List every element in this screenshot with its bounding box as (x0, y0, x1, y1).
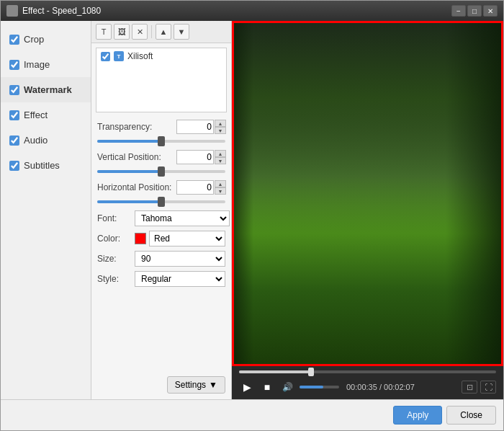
sidebar-checkbox-watermark[interactable] (9, 85, 19, 95)
vertical-pos-input-group: ▲ ▼ (176, 150, 226, 164)
horizontal-pos-label: Horizontal Position: (97, 182, 176, 192)
sidebar: Crop Image Watermark Effect Audio Subtit… (1, 21, 91, 399)
color-swatch (135, 233, 146, 244)
vertical-pos-slider-fill (97, 170, 161, 173)
restore-button[interactable]: □ (467, 5, 482, 17)
font-row: Font: Tahoma Arial Times New Roman (97, 210, 225, 226)
watermark-item-label: Xilisoft (127, 51, 153, 61)
sidebar-checkbox-audio[interactable] (9, 135, 19, 146)
horizontal-pos-row: Horizontal Position: ▲ ▼ (97, 180, 225, 195)
app-icon (6, 5, 18, 17)
settings-button[interactable]: Settings ▼ (167, 376, 225, 394)
transparency-row: Transparency: ▲ ▼ (97, 120, 225, 134)
vertical-pos-up[interactable]: ▲ (215, 150, 226, 157)
vertical-pos-spinner: ▲ ▼ (215, 150, 226, 164)
size-row: Size: 90 72 48 (97, 251, 225, 267)
transparency-slider-row (97, 140, 225, 143)
vertical-pos-slider-thumb[interactable] (158, 166, 165, 177)
horizontal-pos-down[interactable]: ▼ (215, 187, 226, 195)
transparency-slider-thumb[interactable] (158, 136, 165, 146)
color-select-wrapper: Red Blue Green (135, 231, 225, 246)
video-panel: تطبيقات توب سوفت Xilisoft (232, 21, 503, 399)
horizontal-pos-up[interactable]: ▲ (215, 180, 226, 187)
transparency-up[interactable]: ▲ (215, 120, 226, 127)
sidebar-item-watermark[interactable]: Watermark (1, 77, 91, 102)
stop-button[interactable]: ■ (259, 379, 275, 395)
video-area: تطبيقات توب سوفت Xilisoft (232, 21, 503, 366)
fit-view-button[interactable]: ⊡ (462, 381, 477, 394)
seek-fill (239, 370, 311, 373)
transparency-slider-fill (97, 140, 161, 143)
volume-fill (300, 386, 323, 388)
window-title: Effect - Speed_1080 (22, 6, 451, 16)
sidebar-checkbox-image[interactable] (9, 60, 19, 70)
style-select[interactable]: Regular Bold Italic (135, 271, 225, 287)
size-label: Size: (97, 254, 135, 264)
horizontal-pos-input[interactable] (176, 180, 214, 195)
watermark-panel: T 🖼 ✕ ▲ ▼ T Xilisoft Transparency: (91, 21, 232, 399)
fullscreen-button[interactable]: ⛶ (480, 381, 496, 394)
main-window: Effect - Speed_1080 − □ ✕ Crop Image Wat… (0, 0, 504, 431)
watermark-type-icon: T (114, 51, 124, 61)
vertical-pos-down[interactable]: ▼ (215, 157, 226, 164)
move-up-button[interactable]: ▲ (156, 24, 171, 40)
time-display: 00:00:35 / 00:02:07 (346, 383, 415, 391)
seek-bar[interactable] (239, 370, 496, 373)
delete-watermark-button[interactable]: ✕ (132, 24, 148, 40)
move-down-button[interactable]: ▼ (174, 24, 189, 40)
transparency-spinner: ▲ ▼ (215, 120, 226, 134)
size-select[interactable]: 90 72 48 (135, 251, 225, 267)
vertical-pos-slider-track[interactable] (97, 170, 225, 173)
font-select[interactable]: Tahoma Arial Times New Roman (135, 210, 230, 226)
font-label: Font: (97, 213, 135, 223)
watermark-toolbar: T 🖼 ✕ ▲ ▼ (91, 21, 231, 43)
volume-slider[interactable] (300, 386, 339, 388)
horizontal-pos-slider-thumb[interactable] (158, 197, 165, 207)
bottom-bar: Apply Close (1, 399, 503, 430)
watermark-item-checkbox[interactable] (101, 52, 110, 61)
vertical-pos-input[interactable] (176, 150, 214, 164)
sidebar-checkbox-subtitles[interactable] (9, 161, 19, 171)
volume-icon[interactable]: 🔊 (279, 379, 295, 395)
sidebar-checkbox-crop[interactable] (9, 35, 19, 45)
view-buttons: ⊡ ⛶ (462, 381, 496, 394)
minimize-button[interactable]: − (451, 5, 466, 17)
horizontal-pos-slider-track[interactable] (97, 200, 225, 203)
add-text-button[interactable]: T (96, 24, 112, 40)
sidebar-label-image: Image (24, 59, 50, 70)
sidebar-item-subtitles[interactable]: Subtitles (1, 153, 91, 178)
close-button[interactable]: Close (446, 406, 496, 425)
transparency-input[interactable] (176, 120, 214, 134)
transparency-down[interactable]: ▼ (215, 127, 226, 134)
main-content: Crop Image Watermark Effect Audio Subtit… (1, 21, 503, 399)
seek-thumb[interactable] (308, 368, 314, 376)
style-row: Style: Regular Bold Italic (97, 271, 225, 287)
style-label: Style: (97, 274, 135, 284)
watermark-list[interactable]: T Xilisoft (96, 48, 227, 112)
sidebar-checkbox-effect[interactable] (9, 110, 19, 120)
vertical-pos-slider-row (97, 170, 225, 173)
horizontal-pos-input-group: ▲ ▼ (176, 180, 226, 195)
watermark-properties: Transparency: ▲ ▼ (91, 117, 231, 294)
settings-label: Settings (175, 380, 206, 390)
sidebar-item-image[interactable]: Image (1, 52, 91, 77)
sidebar-item-crop[interactable]: Crop (1, 27, 91, 52)
color-select[interactable]: Red Blue Green (149, 231, 225, 246)
controls-row: ▶ ■ 🔊 00:00:35 / 00:02:07 ⊡ ⛶ (239, 379, 496, 395)
sidebar-label-effect: Effect (24, 110, 48, 120)
horizontal-pos-slider-fill (97, 200, 161, 203)
play-button[interactable]: ▶ (239, 379, 255, 395)
sidebar-item-effect[interactable]: Effect (1, 102, 91, 128)
video-preview: تطبيقات توب سوفت Xilisoft (232, 21, 503, 366)
apply-button[interactable]: Apply (393, 406, 442, 425)
close-window-button[interactable]: ✕ (483, 5, 498, 17)
horizontal-pos-spinner: ▲ ▼ (215, 180, 226, 195)
transparency-slider-track[interactable] (97, 140, 225, 143)
time-current: 00:00:35 (346, 383, 377, 391)
transparency-input-group: ▲ ▼ (176, 120, 226, 134)
settings-dropdown-icon: ▼ (209, 380, 217, 390)
add-image-button[interactable]: 🖼 (114, 24, 130, 40)
list-item[interactable]: T Xilisoft (96, 48, 226, 64)
video-controls: ▶ ■ 🔊 00:00:35 / 00:02:07 ⊡ ⛶ (232, 366, 503, 399)
sidebar-item-audio[interactable]: Audio (1, 128, 91, 153)
